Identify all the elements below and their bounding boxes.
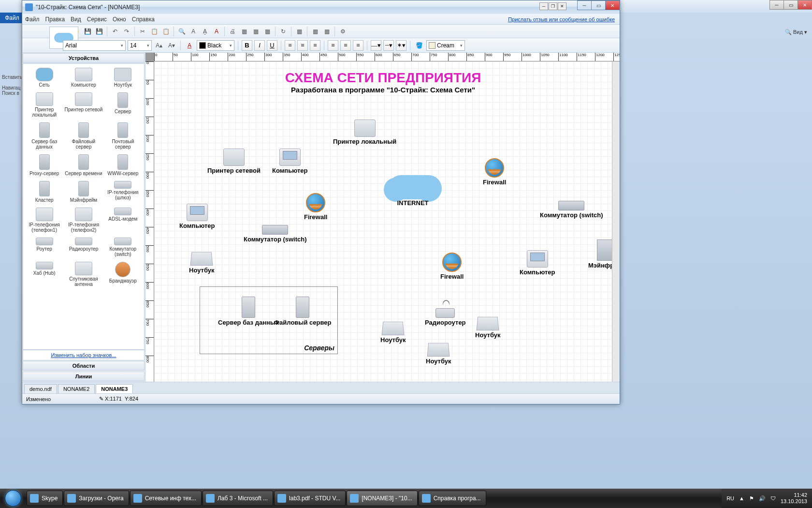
- tool-f[interactable]: ▦: [294, 26, 304, 37]
- bg-maximize-button[interactable]: ▭: [783, 0, 798, 10]
- tool-c[interactable]: A: [211, 26, 222, 37]
- tool-a[interactable]: A: [188, 26, 199, 37]
- device-item[interactable]: Хаб (Hub): [25, 260, 63, 289]
- document-tab[interactable]: demo.ndf: [24, 384, 57, 393]
- mdi-close[interactable]: ✕: [558, 2, 566, 10]
- taskbar-item[interactable]: Загрузки - Opera: [64, 491, 129, 506]
- line-style[interactable]: —▾: [371, 40, 381, 51]
- font-smaller[interactable]: A▾: [166, 40, 177, 51]
- devices-panel-header[interactable]: Устройства: [23, 53, 145, 63]
- italic-button[interactable]: I: [254, 40, 265, 51]
- device-item[interactable]: Спутниковая антенна: [64, 260, 102, 289]
- document-tab[interactable]: NONAME3: [96, 384, 133, 393]
- tray-clock[interactable]: 11:4213.10.2013: [781, 492, 807, 505]
- device-item[interactable]: IP-телефония (телефон2): [64, 206, 102, 235]
- copy-button[interactable]: 📋: [149, 26, 160, 37]
- device-item[interactable]: ADSL-модем: [104, 206, 142, 235]
- device-item[interactable]: Файловый сервер: [64, 120, 102, 151]
- menu-file[interactable]: Файл: [25, 16, 40, 23]
- device-item[interactable]: Сервер: [104, 90, 142, 120]
- tool-h[interactable]: ▦: [321, 26, 332, 37]
- device-item[interactable]: Proxy-сервер: [25, 152, 63, 178]
- device-item[interactable]: Кластер: [25, 179, 63, 205]
- word-file-tab[interactable]: Файл: [0, 13, 24, 23]
- tray-icon[interactable]: 🔊: [759, 495, 766, 502]
- device-item[interactable]: Ноутбук: [104, 66, 142, 90]
- valign-top[interactable]: ≡: [328, 40, 338, 51]
- font-color-button[interactable]: A: [184, 40, 195, 51]
- tray-lang[interactable]: RU: [726, 495, 734, 501]
- settings-button[interactable]: ⚙: [337, 26, 348, 37]
- mdi-minimize[interactable]: ─: [539, 2, 548, 10]
- device-item[interactable]: Сеть: [25, 66, 63, 90]
- device-item[interactable]: Принтер сетевой: [64, 90, 102, 120]
- valign-bot[interactable]: ≡: [353, 40, 363, 51]
- device-item[interactable]: IP-телефония (телефон1): [25, 206, 63, 235]
- tray-icon[interactable]: ▲: [739, 495, 744, 501]
- close-button[interactable]: ✕: [605, 0, 620, 10]
- undo-button[interactable]: ↶: [110, 26, 120, 37]
- device-item[interactable]: WWW-сервер: [104, 152, 142, 178]
- menu-window[interactable]: Окно: [113, 16, 126, 23]
- device-item[interactable]: Коммутатор (switch): [104, 236, 142, 259]
- device-item[interactable]: Принтер локальный: [25, 90, 63, 120]
- fill-button[interactable]: 🪣: [414, 40, 424, 51]
- underline-button[interactable]: U: [267, 40, 277, 51]
- scan-button[interactable]: 🔍: [176, 26, 187, 37]
- bg-close-button[interactable]: ✕: [798, 0, 812, 10]
- tray-icon[interactable]: 🛡: [770, 495, 776, 501]
- device-item[interactable]: Сервер времени: [64, 152, 102, 178]
- menu-service[interactable]: Сервис: [87, 16, 107, 23]
- align-right[interactable]: ≡: [310, 40, 320, 51]
- tool-d[interactable]: ▦: [250, 26, 261, 37]
- tool-b[interactable]: A̱: [200, 26, 210, 37]
- start-button[interactable]: [0, 489, 26, 508]
- taskbar-item[interactable]: lab3.pdf - STDU V...: [274, 491, 346, 506]
- print-button[interactable]: 🖨: [227, 26, 238, 37]
- cut-button[interactable]: ✂: [137, 26, 148, 37]
- redo-button[interactable]: ↷: [121, 26, 132, 37]
- save-button[interactable]: 💾: [82, 26, 93, 37]
- canvas[interactable]: СХЕМА СЕТИ ПРЕДПРИЯТИЯ Разработана в про…: [154, 61, 612, 382]
- tool-e[interactable]: ▦: [262, 26, 273, 37]
- fontsize-combo[interactable]: 14: [128, 40, 152, 51]
- paste-button[interactable]: 📋: [160, 26, 171, 37]
- menu-edit[interactable]: Правка: [45, 16, 65, 23]
- device-item[interactable]: Мэйнфрейм: [64, 179, 102, 205]
- align-center[interactable]: ≡: [297, 40, 308, 51]
- align-left[interactable]: ≡: [285, 40, 295, 51]
- line-dash[interactable]: ┄▾: [383, 40, 394, 51]
- taskbar-item[interactable]: Сетевые инф тех...: [130, 491, 202, 506]
- servers-group-box[interactable]: Серверы: [200, 286, 338, 354]
- fill-color-combo[interactable]: Cream: [426, 40, 465, 51]
- line-ends[interactable]: ✶▾: [396, 40, 406, 51]
- line-color-combo[interactable]: Black: [197, 40, 234, 51]
- tray-icon[interactable]: ⚑: [749, 495, 754, 502]
- system-tray[interactable]: RU ▲ ⚑ 🔊 🛡 11:4213.10.2013: [722, 489, 812, 508]
- device-item[interactable]: Брандмауэр: [104, 260, 142, 289]
- lines-panel-header[interactable]: Линии: [23, 372, 145, 381]
- menu-view[interactable]: Вид: [71, 16, 81, 23]
- minimize-button[interactable]: ─: [577, 0, 592, 10]
- valign-mid[interactable]: ≡: [340, 40, 351, 51]
- device-item[interactable]: Роутер: [25, 236, 63, 259]
- change-icons-link[interactable]: Изменить набор значков...: [23, 350, 145, 360]
- areas-panel-header[interactable]: Области: [23, 361, 145, 371]
- menu-help[interactable]: Справка: [132, 16, 155, 23]
- taskbar-item[interactable]: Лаб 3 - Microsoft ...: [203, 491, 273, 506]
- device-item[interactable]: Радиороутер: [64, 236, 102, 259]
- scrollbar-vertical[interactable]: [612, 61, 620, 382]
- device-item[interactable]: Почтовый сервер: [104, 120, 142, 151]
- device-item[interactable]: IP-телефония (шлюз): [104, 179, 142, 205]
- bg-minimize-button[interactable]: ─: [769, 0, 784, 10]
- device-item[interactable]: Сервер баз данных: [25, 120, 63, 151]
- maximize-button[interactable]: ▭: [591, 0, 606, 10]
- bold-button[interactable]: B: [242, 40, 252, 51]
- font-combo[interactable]: Arial: [63, 40, 126, 51]
- document-tab[interactable]: NONAME2: [58, 384, 95, 393]
- tool-g[interactable]: ▦: [310, 26, 320, 37]
- title-bar[interactable]: "10-Страйк: Схема Сети" - [NONAME3] ─ ❐ …: [22, 0, 620, 14]
- feedback-link[interactable]: Прислать отзыв или сообщение об ошибке: [508, 16, 615, 22]
- mdi-restore[interactable]: ❐: [549, 2, 557, 10]
- export-button[interactable]: ▦: [239, 26, 249, 37]
